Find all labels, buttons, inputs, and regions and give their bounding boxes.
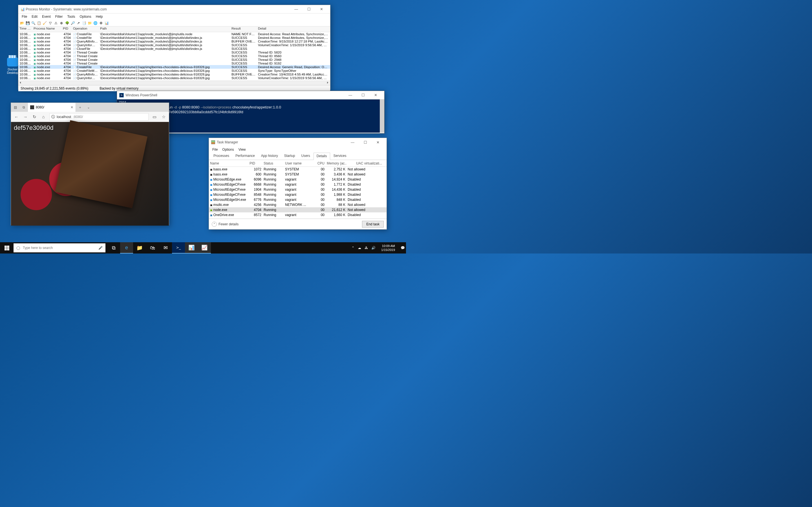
tab-app-history[interactable]: App history: [258, 153, 281, 160]
event-row[interactable]: 10:06:1...node.exe4704QueryInformati...\…: [18, 43, 330, 47]
grid-header[interactable]: NamePIDStatusUser nameCPUMemory (ac...UA…: [209, 160, 387, 167]
tab-details[interactable]: Details: [313, 153, 330, 160]
tabs-dropdown-icon[interactable]: ⌄: [84, 103, 93, 112]
menu-item[interactable]: File: [211, 147, 219, 152]
column-header[interactable]: UAC virtualizati...: [347, 161, 383, 166]
scroll-left-icon[interactable]: ⏴: [18, 81, 23, 85]
search-box[interactable]: ◯ Type here to search 🎤: [13, 243, 105, 252]
mic-icon[interactable]: 🎤: [98, 246, 103, 250]
event-row[interactable]: 10:06:1...node.exe4704Thread CreateSUCCE…: [18, 58, 330, 61]
close-button[interactable]: ✕: [371, 138, 384, 146]
event-row[interactable]: 10:06:1...node.exe4704CreateFile\Device\…: [18, 36, 330, 40]
forward-button[interactable]: →: [22, 114, 29, 119]
close-button[interactable]: ✕: [315, 5, 328, 13]
procmon-window[interactable]: 📊 Process Monitor - Sysinternals: www.sy…: [18, 5, 331, 90]
vertical-scrollbar[interactable]: [380, 100, 384, 133]
event-grid[interactable]: Time o...Process NamePIDOperationPathRes…: [18, 26, 330, 80]
taskbar[interactable]: ◯ Type here to search 🎤 ⧉ e 📁 🛍 ✉ ≻_ 📊 📈…: [0, 242, 406, 253]
new-tab-button[interactable]: ＋: [76, 103, 84, 112]
maximize-button[interactable]: ☐: [357, 91, 369, 99]
menu-item[interactable]: View: [237, 147, 248, 152]
column-header[interactable]: PID: [248, 161, 262, 166]
tab-startup[interactable]: Startup: [282, 153, 298, 160]
event-row[interactable]: 10:06:1...node.exe4704Thread CreateSUCCE…: [18, 61, 330, 65]
tab-strip[interactable]: ▤ ⧉ 8080/ ✕ ＋ ⌄: [11, 103, 169, 112]
event-row[interactable]: 10:06:1...node.exe4704CreateFile\Device\…: [18, 65, 330, 69]
process-row[interactable]: MicrosoftEdgeCP.exe1904Runningvagrant001…: [209, 187, 387, 192]
task-manager-window[interactable]: Task Manager — ☐ ✕ FileOptionsView Proce…: [209, 138, 387, 230]
edge-window[interactable]: ▤ ⧉ 8080/ ✕ ＋ ⌄ ← → ↻ ⌂ ⓘ localhost:8080…: [11, 103, 169, 225]
open-icon[interactable]: 📂: [19, 20, 24, 25]
titlebar[interactable]: Task Manager — ☐ ✕: [209, 138, 387, 147]
fewer-details-button[interactable]: ⌃ Fewer details: [212, 222, 239, 227]
clock[interactable]: 10:09 AM 1/15/2019: [379, 244, 397, 252]
start-button[interactable]: [0, 242, 13, 253]
notifications-icon[interactable]: 💬: [401, 246, 405, 250]
menu-item[interactable]: Edit: [30, 14, 39, 19]
titlebar[interactable]: 📊 Process Monitor - Sysinternals: www.sy…: [18, 5, 330, 13]
event-row[interactable]: 10:06:1...node.exe4704CreateFileMap...\D…: [18, 69, 330, 72]
tray-network-icon[interactable]: 🖧: [364, 246, 368, 250]
clear-icon[interactable]: 🧹: [42, 20, 47, 25]
column-header[interactable]: User name: [284, 161, 314, 166]
event-row[interactable]: 10:06:1...node.exe4704ReadFile\Device\Ha…: [18, 80, 330, 80]
close-button[interactable]: ✕: [369, 91, 382, 99]
include-icon[interactable]: ⊕: [59, 20, 64, 25]
maximize-button[interactable]: ☐: [359, 138, 371, 146]
column-header[interactable]: Operation: [72, 26, 99, 32]
horizontal-scrollbar[interactable]: ⏴ ⏵: [18, 80, 330, 85]
column-header[interactable]: Name: [209, 161, 248, 166]
tab-users[interactable]: Users: [298, 153, 313, 160]
menu-item[interactable]: Options: [220, 147, 236, 152]
column-header[interactable]: Status: [262, 161, 284, 166]
process-grid[interactable]: NamePIDStatusUser nameCPUMemory (ac...UA…: [209, 160, 387, 219]
tray-onedrive-icon[interactable]: ☁: [358, 246, 361, 250]
menu-item[interactable]: Options: [78, 14, 93, 19]
system-tray[interactable]: ⌃ ☁ 🖧 🔊 10:09 AM 1/15/2019 💬: [350, 244, 406, 252]
tree-icon[interactable]: 🌳: [64, 20, 70, 25]
filter-icon[interactable]: ▽: [48, 20, 53, 25]
capture-icon[interactable]: 🔍: [31, 20, 36, 25]
menu-item[interactable]: Help: [94, 14, 105, 19]
jump-icon[interactable]: ↗: [76, 20, 81, 25]
tab-processes[interactable]: Processes: [211, 153, 232, 160]
column-header[interactable]: Process Name: [33, 26, 62, 32]
process-row[interactable]: MicrosoftEdge.exe6096Runningvagrant0014,…: [209, 177, 387, 182]
event-row[interactable]: 10:06:1...node.exe4704Thread CreateSUCCE…: [18, 50, 330, 54]
taskbar-powershell[interactable]: ≻_: [172, 242, 185, 253]
tab-services[interactable]: Services: [331, 153, 349, 160]
column-header[interactable]: Detail: [257, 26, 329, 32]
process-row[interactable]: lsass.exe600RunningSYSTEM003,436 KNot al…: [209, 172, 387, 177]
menu-item[interactable]: File: [20, 14, 29, 19]
highlight-icon[interactable]: ⚠: [53, 20, 58, 25]
refresh-button[interactable]: ↻: [31, 114, 38, 119]
task-view-button[interactable]: ⧉: [107, 242, 120, 253]
titlebar[interactable]: ≻ Windows PowerShell — ☐ ✕: [117, 91, 384, 100]
event-row[interactable]: 10:06:1...node.exe4704Thread CreateSUCCE…: [18, 54, 330, 58]
tab-performance[interactable]: Performance: [233, 153, 258, 160]
event-row[interactable]: 10:06:1...node.exe4704QueryInformati...\…: [18, 76, 330, 80]
menubar[interactable]: FileEditEventFilterToolsOptionsHelp: [18, 13, 330, 20]
column-header[interactable]: Result: [231, 26, 257, 32]
tabs-aside-icon[interactable]: ⧉: [19, 103, 28, 112]
process-row[interactable]: msdtc.exe4256RunningNETWORK ...0088 KNot…: [209, 202, 387, 207]
site-info-icon[interactable]: ⓘ: [51, 114, 55, 119]
process-row[interactable]: node.exe4704Running0021,612 KNot allowed: [209, 207, 387, 212]
column-header[interactable]: Path: [99, 26, 231, 32]
profiling-icon[interactable]: 📊: [104, 20, 109, 25]
autoscroll-icon[interactable]: 📋: [36, 20, 42, 25]
grid-header[interactable]: Time o...Process NamePIDOperationPathRes…: [18, 26, 330, 32]
menubar[interactable]: FileOptionsView: [209, 147, 387, 153]
taskbar-mail[interactable]: ✉: [159, 242, 172, 253]
event-row[interactable]: 10:06:1...node.exe4704QueryAllInform...\…: [18, 72, 330, 76]
hub-icon[interactable]: ▤: [11, 103, 19, 112]
toolbar[interactable]: 📂 💾 🔍 📋 🧹 ▽ ⚠ ⊕ 🌳 🔎 ↗ 📑 📁 🌐 ⚙ 📊: [18, 20, 330, 26]
column-header[interactable]: PID: [62, 26, 72, 32]
network-icon[interactable]: 🌐: [93, 20, 98, 25]
taskbar-taskmgr[interactable]: 📈: [198, 242, 211, 253]
menu-item[interactable]: Filter: [54, 14, 64, 19]
event-row[interactable]: 10:06:1...node.exe4704QueryAllInform...\…: [18, 40, 330, 43]
maximize-button[interactable]: ☐: [303, 5, 315, 13]
process-row[interactable]: MicrosoftEdgeCP.exe8548Runningvagrant001…: [209, 192, 387, 197]
tab-strip[interactable]: ProcessesPerformanceApp historyStartupUs…: [209, 153, 387, 160]
